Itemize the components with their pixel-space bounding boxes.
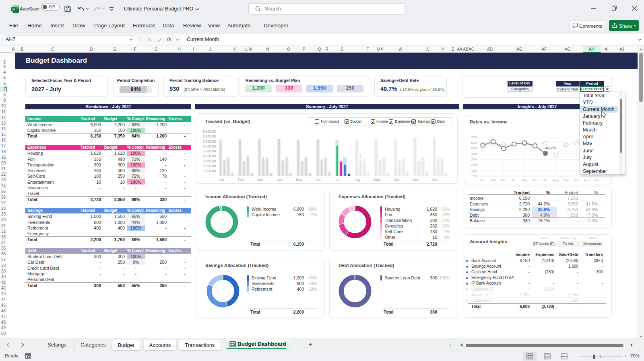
svg-text:Jul: Jul <box>543 178 547 182</box>
svg-text:Jan: Jan <box>480 178 485 182</box>
svg-text:Nov: Nov <box>584 178 590 182</box>
svg-text:30%: 30% <box>471 158 477 161</box>
svg-text:Oct: Oct <box>574 178 580 182</box>
svg-text:0%: 0% <box>473 174 477 178</box>
svg-text:40%: 40% <box>471 152 477 156</box>
svg-text:60%: 60% <box>471 141 477 145</box>
svg-text:50%: 50% <box>471 146 477 150</box>
svg-text:70%: 70% <box>471 135 477 139</box>
svg-text:Apr: Apr <box>512 178 517 182</box>
svg-text:Aug: Aug <box>553 178 559 182</box>
svg-text:10%: 10% <box>471 169 477 172</box>
svg-text:40.7%: 40.7% <box>545 146 556 150</box>
svg-text:Jun: Jun <box>533 178 538 182</box>
svg-text:May: May <box>522 178 528 182</box>
svg-text:Feb: Feb <box>491 178 496 182</box>
svg-text:Dec: Dec <box>594 178 600 182</box>
svg-text:Sep: Sep <box>564 178 570 182</box>
svg-text:Mar: Mar <box>501 178 507 182</box>
svg-text:20%: 20% <box>471 163 477 167</box>
